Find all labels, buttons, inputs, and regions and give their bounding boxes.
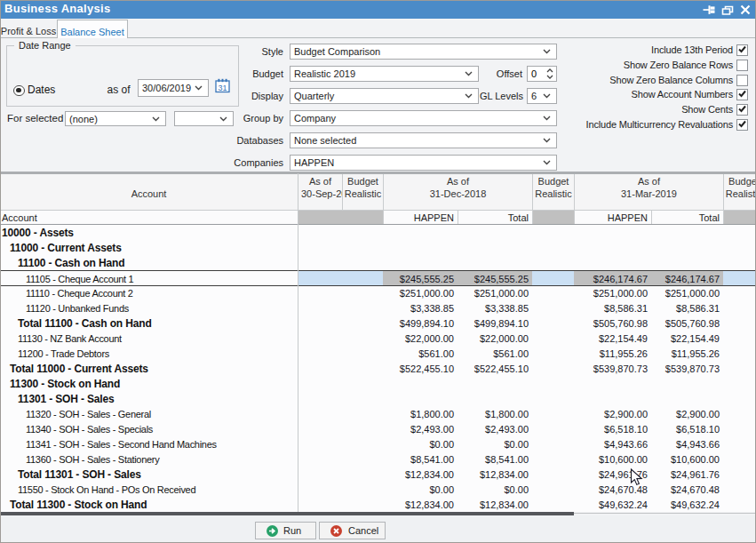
svg-text:31: 31 bbox=[218, 84, 227, 92]
